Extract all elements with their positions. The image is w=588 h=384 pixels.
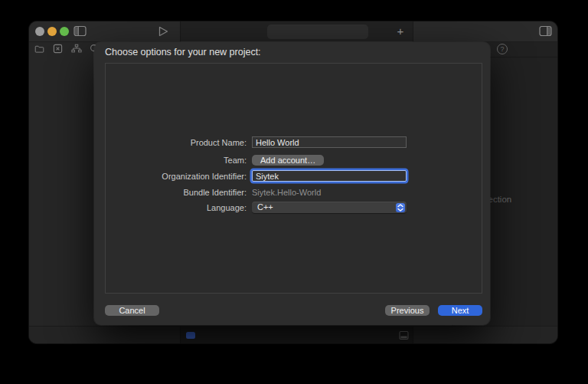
toggle-right-sidebar-icon[interactable] [539, 25, 552, 37]
next-button[interactable]: Next [438, 305, 482, 316]
new-project-options-dialog: Choose options for your new project: Pro… [94, 42, 490, 325]
dialog-title: Choose options for your new project: [105, 47, 261, 57]
hide-debug-area-icon[interactable] [399, 330, 409, 340]
toolbar: + [29, 21, 557, 42]
close-window-button[interactable] [35, 27, 44, 36]
close-square-icon[interactable] [53, 44, 63, 54]
run-play-icon[interactable] [158, 26, 168, 37]
new-tab-button[interactable]: + [394, 21, 407, 42]
navigator-bar [34, 44, 100, 54]
popup-stepper-icon [396, 203, 405, 212]
product-name-input[interactable] [252, 136, 407, 148]
minimize-window-button[interactable] [47, 27, 57, 36]
folder-icon[interactable] [34, 44, 44, 54]
language-popup[interactable]: C++ [252, 202, 407, 213]
zoom-window-button[interactable] [60, 27, 69, 36]
bundle-identifier-row: Bundle Identifier: Siytek.Hello-World [94, 188, 490, 197]
team-row: Team: Add account… [94, 155, 490, 166]
product-name-row: Product Name: [94, 136, 490, 148]
window-controls [35, 27, 69, 36]
organization-identifier-row: Organization Identifier: [94, 170, 490, 182]
help-icon[interactable]: ? [497, 44, 508, 54]
screen: + [0, 0, 588, 384]
product-name-label: Product Name: [94, 138, 247, 147]
tab-bar: + [180, 21, 413, 42]
debug-bar-center [180, 327, 413, 343]
organization-identifier-input[interactable] [252, 170, 407, 182]
filter-toggle-icon[interactable] [186, 332, 195, 339]
debug-bar [29, 326, 557, 343]
bundle-identifier-label: Bundle Identifier: [94, 188, 247, 197]
hierarchy-icon[interactable] [71, 44, 81, 54]
organization-identifier-label: Organization Identifier: [94, 172, 247, 181]
language-popup-value: C++ [257, 202, 273, 212]
activity-viewer [267, 25, 368, 39]
language-row: Language: C++ [94, 202, 490, 213]
language-label: Language: [94, 203, 247, 212]
bundle-identifier-value: Siytek.Hello-World [252, 188, 321, 197]
previous-button[interactable]: Previous [385, 305, 430, 316]
cancel-button[interactable]: Cancel [105, 305, 159, 316]
add-account-button[interactable]: Add account… [252, 155, 324, 166]
toggle-left-sidebar-icon[interactable] [74, 25, 87, 37]
team-label: Team: [94, 156, 247, 165]
